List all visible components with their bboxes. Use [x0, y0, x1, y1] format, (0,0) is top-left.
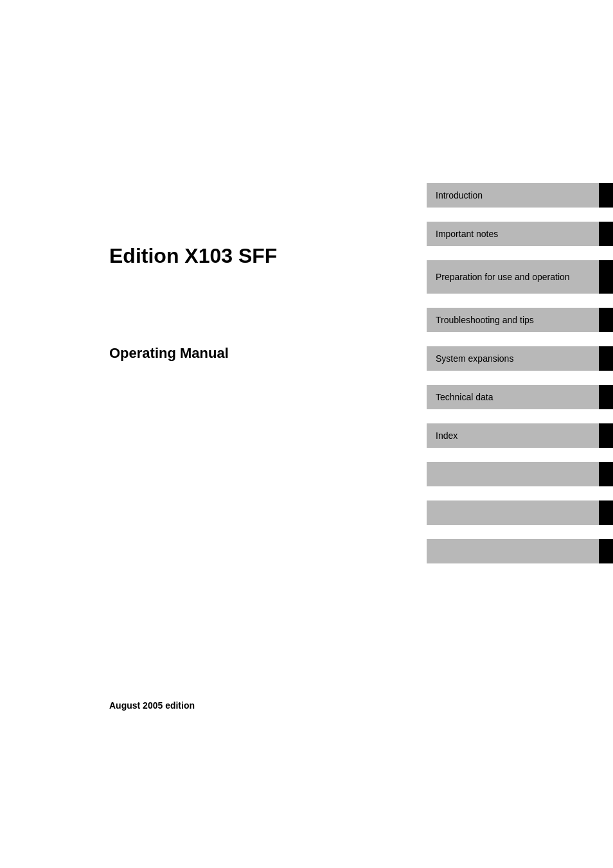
- tab-important-notes-marker: [599, 222, 613, 246]
- edition-title: Edition X103 SFF: [109, 244, 277, 268]
- tab-index-label: Index: [427, 423, 599, 448]
- edition-date: August 2005 edition: [109, 700, 195, 711]
- tab-system-expansions-label: System expansions: [427, 346, 599, 371]
- tab-system-expansions[interactable]: System expansions: [427, 346, 613, 371]
- tab-index-marker: [599, 423, 613, 448]
- tab-introduction-marker: [599, 183, 613, 208]
- tab-empty-3-label: [427, 539, 599, 563]
- tab-technical-data[interactable]: Technical data: [427, 385, 613, 409]
- tab-empty-2-marker: [599, 500, 613, 525]
- tab-empty-2: [427, 500, 613, 525]
- tab-important-notes[interactable]: Important notes: [427, 222, 613, 246]
- tab-introduction[interactable]: Introduction: [427, 183, 613, 208]
- tab-empty-1: [427, 462, 613, 486]
- tab-important-notes-label: Important notes: [427, 222, 599, 246]
- operating-manual-title: Operating Manual: [109, 345, 277, 362]
- page-container: Edition X103 SFF Operating Manual August…: [0, 0, 613, 868]
- tab-troubleshooting[interactable]: Troubleshooting and tips: [427, 308, 613, 332]
- right-section: Introduction Important notes Preparation…: [427, 183, 613, 578]
- tab-empty-3-marker: [599, 539, 613, 563]
- tab-empty-3: [427, 539, 613, 563]
- tab-empty-1-marker: [599, 462, 613, 486]
- tab-introduction-label: Introduction: [427, 183, 599, 208]
- tab-preparation-label: Preparation for use and operation: [427, 260, 599, 294]
- tab-index[interactable]: Index: [427, 423, 613, 448]
- tab-empty-1-label: [427, 462, 599, 486]
- left-section: Edition X103 SFF Operating Manual: [109, 244, 277, 362]
- tab-troubleshooting-marker: [599, 308, 613, 332]
- tab-empty-2-label: [427, 500, 599, 525]
- tab-system-expansions-marker: [599, 346, 613, 371]
- tab-preparation[interactable]: Preparation for use and operation: [427, 260, 613, 294]
- tab-preparation-marker: [599, 260, 613, 294]
- tab-troubleshooting-label: Troubleshooting and tips: [427, 308, 599, 332]
- tab-technical-data-marker: [599, 385, 613, 409]
- tab-technical-data-label: Technical data: [427, 385, 599, 409]
